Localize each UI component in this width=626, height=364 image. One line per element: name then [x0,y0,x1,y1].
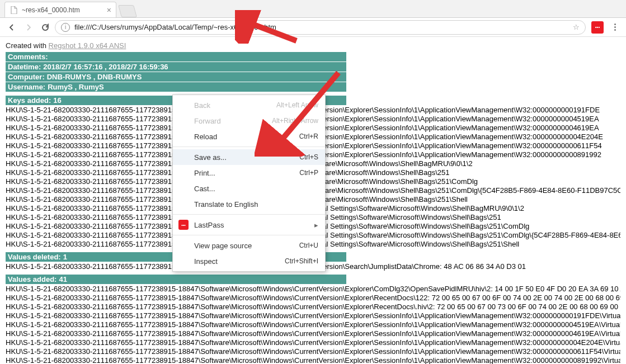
values-added-header: Values added:41 [6,275,346,284]
data-line: HKU\S-1-5-21-682003330-2111687655-117723… [6,356,620,364]
menu-inspect[interactable]: InspectCtrl+Shift+I [173,253,325,269]
back-button[interactable] [4,20,19,35]
data-line: HKU\S-1-5-21-682003330-2111687655-117723… [6,285,620,294]
data-line: HKU\S-1-5-21-682003330-2111687655-117723… [6,320,620,329]
menu-separator [173,235,325,235]
username-header: Username:RumyS , RumyS [6,82,346,92]
close-tab-icon[interactable]: × [107,6,111,15]
site-info-icon[interactable]: i [61,23,70,32]
chrome-menu-button[interactable] [608,23,622,31]
bookmark-star-icon[interactable]: ☆ [573,23,580,31]
menu-separator [173,146,325,147]
created-with: Created with Regshot 1.9.0 x64 ANSI [6,41,620,50]
file-icon [10,6,18,15]
menu-reload[interactable]: ReloadCtrl+R [173,129,325,144]
browser-tab-bar: ~res-x64_0000.htm × [0,0,626,18]
data-line: HKU\S-1-5-21-682003330-2111687655-117723… [6,347,620,356]
created-text: Created with [6,41,49,50]
menu-translate[interactable]: Translate to English [173,196,325,212]
data-line: HKU\S-1-5-21-682003330-2111687655-117723… [6,311,620,320]
lastpass-icon: ••• [178,220,189,230]
url-omnibox[interactable]: i file:///C:/Users/rumys/AppData/Local/T… [55,20,586,35]
new-tab-button[interactable] [118,5,137,17]
browser-tab[interactable]: ~res-x64_0000.htm × [4,2,116,17]
submenu-arrow-icon: ▸ [314,221,318,229]
data-line: HKU\S-1-5-21-682003330-2111687655-117723… [6,338,620,347]
values-added-list: HKU\S-1-5-21-682003330-2111687655-117723… [6,285,620,364]
comments-header: Comments: [6,52,346,62]
computer-header: Computer:DNB-RUMYS , DNB-RUMYS [6,72,346,82]
reload-button[interactable] [38,20,53,35]
datetime-header: Datetime:2018/2/7 16:57:16 , 2018/2/7 16… [6,62,346,72]
data-line: HKU\S-1-5-21-682003330-2111687655-117723… [6,302,620,311]
context-menu: BackAlt+Left Arrow ForwardAlt+Right Arro… [172,94,326,272]
data-line: HKU\S-1-5-21-682003330-2111687655-117723… [6,329,620,338]
tab-title: ~res-x64_0000.htm [22,6,80,14]
url-text: file:///C:/Users/rumys/AppData/Local/Tem… [74,23,569,31]
menu-separator [173,214,325,215]
menu-print[interactable]: Print...Ctrl+P [173,165,325,181]
menu-forward: ForwardAlt+Right Arrow [173,113,325,129]
regshot-link[interactable]: Regshot 1.9.0 x64 ANSI [49,41,126,50]
lastpass-extension-icon[interactable]: ••• [591,21,604,34]
menu-save-as[interactable]: Save as...Ctrl+S [173,149,325,165]
browser-address-bar: i file:///C:/Users/rumys/AppData/Local/T… [0,18,626,37]
menu-cast[interactable]: Cast... [173,181,325,196]
data-line: HKU\S-1-5-21-682003330-2111687655-117723… [6,294,620,302]
forward-button [21,20,36,35]
menu-view-source[interactable]: View page sourceCtrl+U [173,238,325,253]
menu-lastpass[interactable]: •••LastPass▸ [173,217,325,233]
menu-back: BackAlt+Left Arrow [173,97,325,113]
